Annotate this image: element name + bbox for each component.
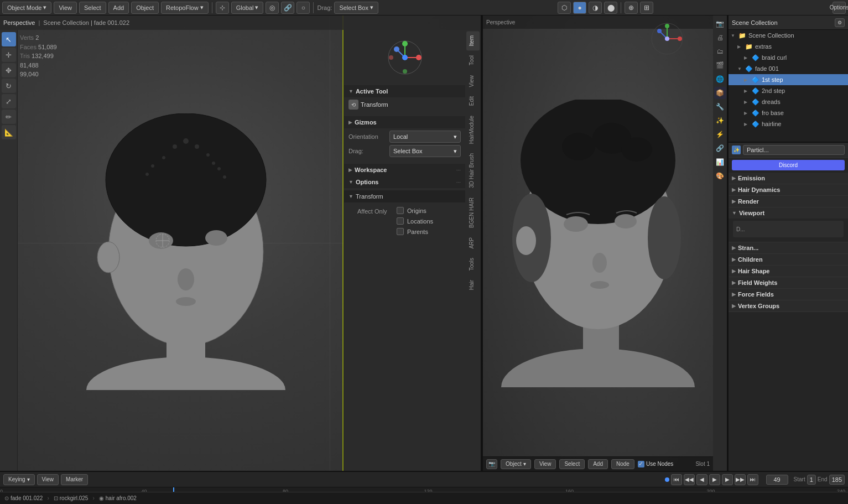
viewport-left[interactable]: Perspective | Scene Collection | fade 00… xyxy=(0,15,481,471)
tab-arp[interactable]: ARP xyxy=(466,233,480,253)
start-frame-field[interactable]: 1 xyxy=(807,475,816,485)
outliner-item-2ndstep[interactable]: ▶ 🔷 2nd step xyxy=(729,85,848,96)
add-menu[interactable]: Add xyxy=(108,2,129,14)
force-fields-header[interactable]: ▶ Force Fields xyxy=(729,289,848,300)
output-icon[interactable]: 🖨 xyxy=(714,32,726,44)
tab-tools[interactable]: Tools xyxy=(466,253,480,275)
filter-icon[interactable]: ⚙ xyxy=(835,18,845,27)
timeline-view-btn[interactable]: View xyxy=(37,474,59,485)
camera-icon[interactable]: 📷 xyxy=(486,459,497,469)
transform-selector[interactable]: Global ▾ xyxy=(231,2,264,14)
vertex-groups-header[interactable]: ▶ Vertex Groups xyxy=(729,300,848,311)
options-btn[interactable]: Options xyxy=(833,2,846,14)
gizmos-section[interactable]: ▶ Gizmos xyxy=(344,116,465,128)
tool-scale[interactable]: ⤢ xyxy=(2,94,16,108)
next-frame-btn[interactable]: ▶ xyxy=(722,474,733,485)
children-header[interactable]: ▶ Children xyxy=(729,254,848,265)
jump-start-btn[interactable]: ⏮ xyxy=(671,474,682,485)
tab-hair[interactable]: Hair xyxy=(466,276,480,294)
tool-measure[interactable]: 📐 xyxy=(2,125,16,139)
add-btn-right[interactable]: Add xyxy=(588,459,608,469)
object-props-icon[interactable]: 📦 xyxy=(714,87,726,99)
jump-end-btn[interactable]: ⏭ xyxy=(747,474,758,485)
tab-3dhairbrush[interactable]: 3D Hair Brush xyxy=(466,149,480,193)
discord-btn[interactable]: Discord xyxy=(732,160,845,170)
material-icon[interactable]: 🎨 xyxy=(714,170,726,182)
emission-header[interactable]: ▶ Emission xyxy=(729,173,848,184)
viewport-shade-solid[interactable]: ● xyxy=(573,2,586,14)
world-icon[interactable]: 🌐 xyxy=(714,73,726,85)
drag-selector[interactable]: Select Box ▾ xyxy=(334,2,378,14)
options-section[interactable]: ▼ Options ··· xyxy=(344,176,465,188)
prev-keyframe-btn[interactable]: ◀◀ xyxy=(684,474,695,485)
viewport-right[interactable]: Perspective 📷 Object xyxy=(483,15,713,471)
workspace-section[interactable]: ▶ Workspace ··· xyxy=(344,164,465,176)
drag-dropdown[interactable]: Select Box ▾ xyxy=(389,145,461,157)
mode-selector[interactable]: Object Mode ▾ xyxy=(2,2,51,14)
origins-checkbox[interactable] xyxy=(397,207,404,214)
viewport-shade-material[interactable]: ◑ xyxy=(589,2,602,14)
snap-toggle[interactable]: 🔗 xyxy=(281,2,294,14)
field-weights-header[interactable]: ▶ Field Weights xyxy=(729,277,848,288)
tool-annotate[interactable]: ✏ xyxy=(2,110,16,124)
marker-btn[interactable]: Marker xyxy=(61,474,88,485)
view-menu[interactable]: View xyxy=(54,2,77,14)
scene-icon[interactable]: 🎬 xyxy=(714,59,726,71)
gizmo-toggle[interactable]: ⊕ xyxy=(625,2,638,14)
tool-cursor[interactable]: ✛ xyxy=(2,48,16,62)
outliner-item-frobase[interactable]: ▶ 🔷 fro base xyxy=(729,107,848,118)
outliner-item-hairline[interactable]: ▶ 🔷 hairline xyxy=(729,118,848,129)
outliner-item-extras[interactable]: ▶ 📁 extras xyxy=(729,41,848,52)
parents-checkbox[interactable] xyxy=(397,228,404,235)
tool-select[interactable]: ↖ xyxy=(2,32,16,46)
viewport-shade-render[interactable]: ⬤ xyxy=(604,2,617,14)
object-btn[interactable]: Object ▾ xyxy=(501,459,531,469)
outliner-item-scene-collection[interactable]: ▼ 📁 Scene Collection xyxy=(729,30,848,41)
viewport-shade-wire[interactable]: ⬡ xyxy=(558,2,571,14)
view-layer-icon[interactable]: 🗂 xyxy=(714,45,726,58)
viewport-header-prop[interactable]: ▼ Viewport xyxy=(729,207,848,219)
modifier-icon[interactable]: 🔧 xyxy=(714,101,726,113)
hair-shape-header[interactable]: ▶ Hair Shape xyxy=(729,266,848,277)
tool-rotate[interactable]: ↻ xyxy=(2,79,16,93)
physics-icon[interactable]: ⚡ xyxy=(714,128,726,141)
strand-header[interactable]: ▶ Stran... xyxy=(729,242,848,253)
hair-dynamics-header[interactable]: ▶ Hair Dynamics xyxy=(729,184,848,195)
tab-tool[interactable]: Tool xyxy=(466,51,480,70)
node-btn[interactable]: Node xyxy=(611,459,634,469)
tab-edit[interactable]: Edit xyxy=(466,92,480,110)
particle-name-field[interactable]: Particl... xyxy=(743,145,845,155)
render-header[interactable]: ▶ Render xyxy=(729,196,848,207)
tab-hairmodule[interactable]: HairModule xyxy=(466,111,480,148)
current-frame-field[interactable]: 49 xyxy=(766,475,788,485)
view-btn-right[interactable]: View xyxy=(534,459,556,469)
snap-icon[interactable]: ⊹ xyxy=(216,2,229,14)
orientation-dropdown[interactable]: Local ▾ xyxy=(389,131,461,143)
particles-icon[interactable]: ✨ xyxy=(714,115,726,127)
active-tool-section[interactable]: ▼ Active Tool xyxy=(344,85,465,97)
tool-move[interactable]: ✥ xyxy=(2,63,16,77)
outliner-item-fade[interactable]: ▼ 🔷 fade 001 xyxy=(729,63,848,74)
overlay-toggle[interactable]: ⊞ xyxy=(640,2,653,14)
tab-view[interactable]: View xyxy=(466,71,480,92)
proportional-icon[interactable]: ○ xyxy=(296,2,310,14)
prev-frame-btn[interactable]: ◀ xyxy=(696,474,707,485)
keying-btn[interactable]: Keying ▾ xyxy=(3,474,35,485)
outliner-item-1ststep[interactable]: ▶ 🔷 1st step xyxy=(729,74,848,85)
select-menu[interactable]: Select xyxy=(79,2,106,14)
retopoflow-menu[interactable]: RetopoFlow ▾ xyxy=(161,2,209,14)
end-frame-field[interactable]: 185 xyxy=(829,475,845,485)
tab-bgenhair[interactable]: BGEN HAIR xyxy=(466,193,480,232)
pivot-icon[interactable]: ◎ xyxy=(266,2,279,14)
locations-checkbox[interactable] xyxy=(397,217,404,225)
select-btn-right[interactable]: Select xyxy=(559,459,585,469)
object-menu[interactable]: Object xyxy=(131,2,159,14)
data-icon[interactable]: 📊 xyxy=(714,156,726,168)
play-btn[interactable]: ▶ xyxy=(709,474,720,485)
outliner-item-braid[interactable]: ▶ 🔷 braid curl xyxy=(729,52,848,63)
tab-item[interactable]: Item xyxy=(466,31,480,50)
use-nodes-toggle[interactable]: ✓ Use Nodes xyxy=(638,461,673,467)
constraints-icon[interactable]: 🔗 xyxy=(714,142,726,154)
outliner-item-dreads[interactable]: ▶ 🔷 dreads xyxy=(729,96,848,107)
next-keyframe-btn[interactable]: ▶▶ xyxy=(735,474,746,485)
